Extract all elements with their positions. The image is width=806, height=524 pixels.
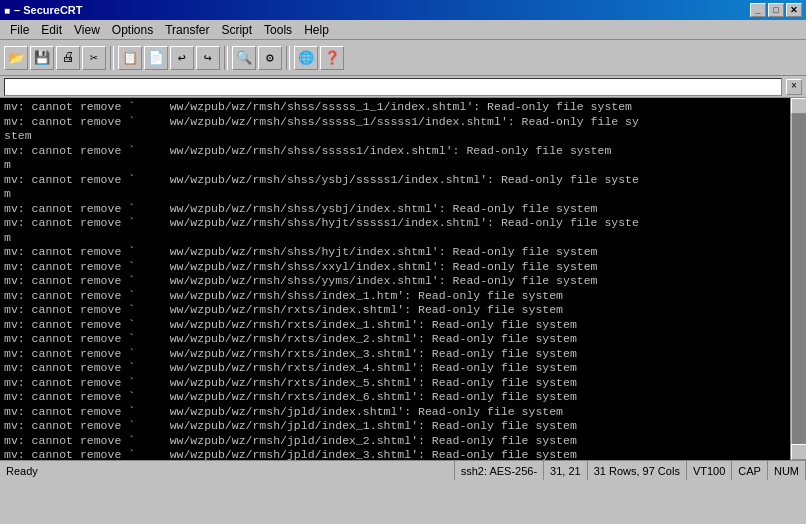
- menu-item-file[interactable]: File: [4, 21, 35, 39]
- terminal[interactable]: ▲ ▼ mv: cannot remove ` ww/wzpub/wz/rmsh…: [0, 98, 806, 460]
- tab-bar: ×: [0, 76, 806, 98]
- app-icon: ■: [4, 5, 10, 16]
- term-line: mv: cannot remove ` ww/wzpub/wz/rmsh/rxt…: [4, 361, 802, 376]
- terminal-scrollbar[interactable]: ▲ ▼: [790, 98, 806, 460]
- toolbar-button-4[interactable]: 📋: [118, 46, 142, 70]
- term-line: mv: cannot remove ` ww/wzpub/wz/rmsh/shs…: [4, 289, 802, 304]
- tab-close-button[interactable]: ×: [786, 79, 802, 95]
- status-ready: Ready: [0, 461, 455, 480]
- menu-item-script[interactable]: Script: [215, 21, 258, 39]
- menu-bar: FileEditViewOptionsTransferScriptToolsHe…: [0, 20, 806, 40]
- minimize-button[interactable]: _: [750, 3, 766, 17]
- title-bar-left: ■ – SecureCRT: [4, 4, 83, 16]
- toolbar: 📂💾🖨✂📋📄↩↪🔍⚙🌐❓: [0, 40, 806, 76]
- status-coords: 31, 21: [544, 461, 588, 480]
- scroll-up-button[interactable]: ▲: [791, 98, 807, 114]
- status-vt: VT100: [687, 461, 732, 480]
- term-line: mv: cannot remove ` ww/wzpub/wz/rmsh/rxt…: [4, 390, 802, 405]
- toolbar-button-5[interactable]: 📄: [144, 46, 168, 70]
- term-line: mv: cannot remove ` ww/wzpub/wz/rmsh/rxt…: [4, 318, 802, 333]
- term-line: mv: cannot remove ` ww/wzpub/wz/rmsh/shs…: [4, 115, 802, 130]
- term-line: m: [4, 231, 802, 246]
- term-line: mv: cannot remove ` ww/wzpub/wz/rmsh/jpl…: [4, 405, 802, 420]
- status-cap: CAP: [732, 461, 768, 480]
- menu-item-help[interactable]: Help: [298, 21, 335, 39]
- toolbar-button-10[interactable]: 🌐: [294, 46, 318, 70]
- term-line: mv: cannot remove ` ww/wzpub/wz/rmsh/jpl…: [4, 434, 802, 449]
- term-line: mv: cannot remove ` ww/wzpub/wz/rmsh/rxt…: [4, 376, 802, 391]
- title-bar-controls[interactable]: _ □ ✕: [750, 3, 802, 17]
- term-line: mv: cannot remove ` ww/wzpub/wz/rmsh/shs…: [4, 202, 802, 217]
- term-line: mv: cannot remove ` ww/wzpub/wz/rmsh/shs…: [4, 216, 802, 231]
- toolbar-button-9[interactable]: ⚙: [258, 46, 282, 70]
- terminal-content: mv: cannot remove ` ww/wzpub/wz/rmsh/shs…: [4, 100, 802, 460]
- menu-item-tools[interactable]: Tools: [258, 21, 298, 39]
- maximize-button[interactable]: □: [768, 3, 784, 17]
- window-title: – SecureCRT: [14, 4, 82, 16]
- term-line: mv: cannot remove ` ww/wzpub/wz/rmsh/jpl…: [4, 448, 802, 460]
- toolbar-button-7[interactable]: ↪: [196, 46, 220, 70]
- term-line: m: [4, 187, 802, 202]
- term-line: mv: cannot remove ` ww/wzpub/wz/rmsh/shs…: [4, 274, 802, 289]
- terminal-wrapper: ▲ ▼ mv: cannot remove ` ww/wzpub/wz/rmsh…: [0, 98, 806, 460]
- scroll-down-button[interactable]: ▼: [791, 444, 807, 460]
- term-line: mv: cannot remove ` ww/wzpub/wz/rmsh/shs…: [4, 100, 802, 115]
- status-connection: ssh2: AES-256-: [455, 461, 544, 480]
- term-line: mv: cannot remove ` ww/wzpub/wz/rmsh/shs…: [4, 144, 802, 159]
- menu-item-view[interactable]: View: [68, 21, 106, 39]
- term-line: mv: cannot remove ` ww/wzpub/wz/rmsh/shs…: [4, 245, 802, 260]
- term-line: mv: cannot remove ` ww/wzpub/wz/rmsh/shs…: [4, 173, 802, 188]
- toolbar-button-11[interactable]: ❓: [320, 46, 344, 70]
- term-line: mv: cannot remove ` ww/wzpub/wz/rmsh/jpl…: [4, 419, 802, 434]
- toolbar-button-8[interactable]: 🔍: [232, 46, 256, 70]
- toolbar-button-6[interactable]: ↩: [170, 46, 194, 70]
- menu-item-options[interactable]: Options: [106, 21, 159, 39]
- toolbar-button-1[interactable]: 💾: [30, 46, 54, 70]
- toolbar-button-2[interactable]: 🖨: [56, 46, 80, 70]
- toolbar-button-0[interactable]: 📂: [4, 46, 28, 70]
- term-line: m: [4, 158, 802, 173]
- status-size: 31 Rows, 97 Cols: [588, 461, 687, 480]
- term-line: mv: cannot remove ` ww/wzpub/wz/rmsh/rxt…: [4, 332, 802, 347]
- close-button[interactable]: ✕: [786, 3, 802, 17]
- term-line: mv: cannot remove ` ww/wzpub/wz/rmsh/rxt…: [4, 303, 802, 318]
- menu-item-transfer[interactable]: Transfer: [159, 21, 215, 39]
- status-bar: Ready ssh2: AES-256- 31, 21 31 Rows, 97 …: [0, 460, 806, 480]
- toolbar-button-3[interactable]: ✂: [82, 46, 106, 70]
- menu-item-edit[interactable]: Edit: [35, 21, 68, 39]
- toolbar-separator: [110, 46, 114, 70]
- scroll-track[interactable]: [792, 114, 806, 444]
- term-line: mv: cannot remove ` ww/wzpub/wz/rmsh/shs…: [4, 260, 802, 275]
- toolbar-separator: [224, 46, 228, 70]
- session-input[interactable]: [4, 78, 782, 96]
- term-line: stem: [4, 129, 802, 144]
- term-line: mv: cannot remove ` ww/wzpub/wz/rmsh/rxt…: [4, 347, 802, 362]
- status-num: NUM: [768, 461, 806, 480]
- title-bar: ■ – SecureCRT _ □ ✕: [0, 0, 806, 20]
- toolbar-separator: [286, 46, 290, 70]
